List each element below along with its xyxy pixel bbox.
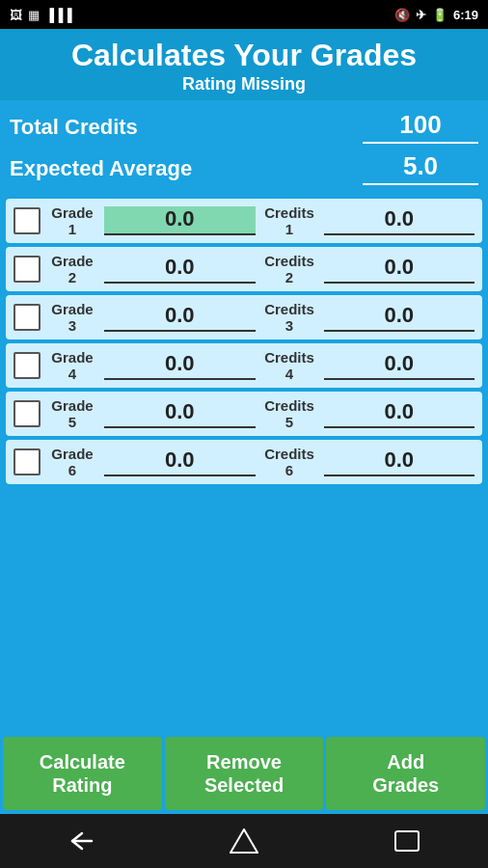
credits-label-group-1: Credits 1 bbox=[263, 204, 316, 237]
grade-label-1: Grade bbox=[51, 204, 93, 221]
grade-row-5: Grade 5 Credits 5 bbox=[6, 392, 482, 436]
svg-rect-2 bbox=[395, 831, 419, 851]
credits-label-group-4: Credits 4 bbox=[263, 349, 316, 382]
grade-label-6: Grade bbox=[51, 446, 93, 462]
grade-value-input-5[interactable] bbox=[104, 399, 256, 428]
credits-num-1: 1 bbox=[285, 221, 293, 237]
grade-row-3: Grade 3 Credits 3 bbox=[6, 295, 482, 339]
grade-value-input-4[interactable] bbox=[104, 351, 256, 380]
credits-label-1: Credits bbox=[264, 204, 314, 221]
credits-label-group-3: Credits 3 bbox=[263, 301, 316, 334]
nav-bar bbox=[0, 814, 488, 868]
grade-checkbox-3[interactable] bbox=[14, 304, 41, 331]
stats-section: Total Credits 100 Expected Average 5.0 bbox=[0, 100, 488, 195]
grade-value-input-3[interactable] bbox=[104, 303, 256, 332]
grade-row-4: Grade 4 Credits 4 bbox=[6, 343, 482, 388]
status-bar-right: 🔇 ✈ 🔋 6:19 bbox=[394, 8, 478, 22]
grade-row-1: Grade 1 Credits 1 bbox=[6, 199, 482, 243]
grade-value-input-1[interactable] bbox=[104, 206, 256, 235]
credits-value-input-1[interactable] bbox=[324, 206, 475, 235]
add-grades-button[interactable]: AddGrades bbox=[326, 737, 485, 810]
grade-checkbox-6[interactable] bbox=[14, 448, 41, 475]
grade-label-group-5: Grade 5 bbox=[48, 397, 96, 430]
grade-label-group-6: Grade 6 bbox=[48, 446, 96, 478]
recent-apps-button[interactable] bbox=[378, 822, 436, 860]
home-button[interactable] bbox=[215, 822, 273, 860]
credits-label-group-5: Credits 5 bbox=[263, 397, 316, 430]
credits-value-input-4[interactable] bbox=[324, 351, 475, 380]
total-credits-row: Total Credits 100 bbox=[10, 106, 478, 148]
grade-label-4: Grade bbox=[51, 349, 93, 366]
grade-label-group-1: Grade 1 bbox=[48, 204, 96, 237]
credits-value-input-6[interactable] bbox=[324, 448, 475, 476]
grades-list: Grade 1 Credits 1 Grade 2 Credits 2 bbox=[0, 195, 488, 733]
credits-label-2: Credits bbox=[264, 253, 314, 269]
status-bar-left: 🖼 ▦ ▐▐▐ bbox=[10, 8, 72, 22]
grade-label-group-3: Grade 3 bbox=[48, 301, 96, 334]
app-title: Calculates Your Grades bbox=[8, 39, 480, 72]
grade-value-input-6[interactable] bbox=[104, 448, 256, 476]
app-header: Calculates Your Grades Rating Missing bbox=[0, 29, 488, 100]
credits-num-5: 5 bbox=[285, 414, 293, 430]
grade-num-6: 6 bbox=[68, 462, 76, 478]
status-bar: 🖼 ▦ ▐▐▐ 🔇 ✈ 🔋 6:19 bbox=[0, 0, 488, 29]
calculate-rating-button[interactable]: CalculateRating bbox=[3, 737, 162, 810]
credits-num-2: 2 bbox=[285, 269, 293, 285]
bb-icon: ▦ bbox=[28, 8, 40, 22]
mute-icon: 🔇 bbox=[394, 8, 410, 22]
grade-checkbox-5[interactable] bbox=[14, 400, 41, 427]
battery-icon: 🔋 bbox=[432, 8, 447, 22]
credits-value-input-5[interactable] bbox=[324, 399, 475, 428]
grade-checkbox-2[interactable] bbox=[14, 256, 41, 283]
airplane-icon: ✈ bbox=[416, 8, 426, 22]
credits-label-5: Credits bbox=[264, 397, 314, 414]
back-button[interactable] bbox=[52, 822, 110, 860]
grade-checkbox-4[interactable] bbox=[14, 352, 41, 379]
remove-selected-button[interactable]: RemoveSelected bbox=[165, 737, 324, 810]
app-container: Calculates Your Grades Rating Missing To… bbox=[0, 29, 488, 814]
credits-label-group-6: Credits 6 bbox=[263, 446, 316, 478]
grade-num-4: 4 bbox=[68, 366, 76, 382]
grade-row-6: Grade 6 Credits 6 bbox=[6, 440, 482, 484]
grade-num-3: 3 bbox=[68, 317, 76, 334]
total-credits-value[interactable]: 100 bbox=[363, 110, 478, 144]
expected-average-value[interactable]: 5.0 bbox=[363, 151, 478, 185]
grade-row-2: Grade 2 Credits 2 bbox=[6, 247, 482, 291]
grade-checkbox-1[interactable] bbox=[14, 207, 41, 234]
image-icon: 🖼 bbox=[10, 8, 22, 22]
svg-marker-1 bbox=[230, 829, 258, 853]
grade-num-1: 1 bbox=[68, 221, 76, 237]
total-credits-label: Total Credits bbox=[10, 115, 138, 140]
grade-label-group-4: Grade 4 bbox=[48, 349, 96, 382]
buttons-row: CalculateRating RemoveSelected AddGrades bbox=[0, 733, 488, 814]
credits-label-4: Credits bbox=[264, 349, 314, 366]
credits-label-6: Credits bbox=[264, 446, 314, 462]
credits-value-input-2[interactable] bbox=[324, 255, 475, 284]
credits-num-3: 3 bbox=[285, 317, 293, 334]
clock: 6:19 bbox=[453, 8, 478, 22]
grade-label-5: Grade bbox=[51, 397, 93, 414]
credits-value-input-3[interactable] bbox=[324, 303, 475, 332]
grade-label-3: Grade bbox=[51, 301, 93, 317]
rating-missing-label: Rating Missing bbox=[8, 74, 480, 95]
expected-average-label: Expected Average bbox=[10, 156, 192, 181]
grade-num-5: 5 bbox=[68, 414, 76, 430]
credits-label-3: Credits bbox=[264, 301, 314, 317]
expected-average-row: Expected Average 5.0 bbox=[10, 148, 478, 189]
signal-icon: ▐▐▐ bbox=[45, 8, 72, 22]
credits-num-6: 6 bbox=[285, 462, 293, 478]
grade-value-input-2[interactable] bbox=[104, 255, 256, 284]
credits-label-group-2: Credits 2 bbox=[263, 253, 316, 285]
credits-num-4: 4 bbox=[285, 366, 293, 382]
grade-label-group-2: Grade 2 bbox=[48, 253, 96, 285]
grade-label-2: Grade bbox=[51, 253, 93, 269]
grade-num-2: 2 bbox=[68, 269, 76, 285]
